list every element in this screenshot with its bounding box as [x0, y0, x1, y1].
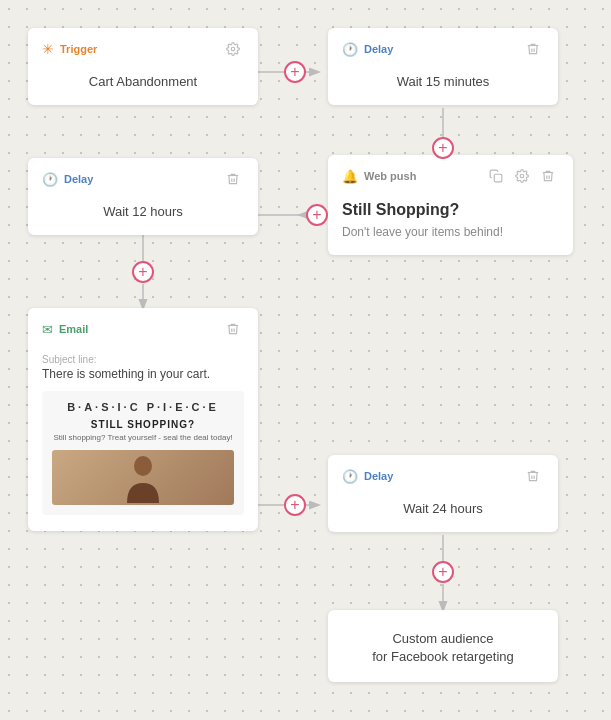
webpush-card-body: Still Shopping? Don't leave your items b… [342, 193, 559, 243]
trigger-card: ✳ Trigger Cart Abandonment [28, 28, 258, 105]
email-header: ✉ Email [42, 320, 244, 338]
delay2-card: 🕐 Delay Wait 12 hours [28, 158, 258, 235]
plus-icon-6: + [438, 563, 447, 581]
webpush-header-icons [485, 167, 559, 185]
person-silhouette-icon [123, 453, 163, 503]
trigger-card-body: Cart Abandonment [42, 66, 244, 93]
email-image [52, 450, 234, 505]
delay2-delete-button[interactable] [222, 170, 244, 188]
trash-icon-3 [541, 169, 555, 183]
delay1-header-left: 🕐 Delay [342, 42, 393, 57]
trash-icon-4 [226, 322, 240, 336]
webpush-settings-button[interactable] [511, 167, 533, 185]
email-card: ✉ Email Subject line: There is something… [28, 308, 258, 531]
webpush-card: 🔔 Web push Still Shopping? Don't leave y… [328, 155, 573, 255]
webpush-copy-button[interactable] [485, 167, 507, 185]
connector-email-delay3[interactable]: + [284, 494, 306, 516]
trigger-settings-button[interactable] [222, 40, 244, 58]
email-subject-label: Subject line: [42, 354, 244, 365]
delay2-card-body: Wait 12 hours [42, 196, 244, 223]
svg-point-13 [134, 456, 152, 476]
trash-icon [526, 42, 540, 56]
email-subject-text: There is something in your cart. [42, 367, 244, 381]
email-icon: ✉ [42, 322, 53, 337]
svg-point-12 [520, 174, 524, 178]
gear-icon-2 [515, 169, 529, 183]
plus-icon-1: + [290, 63, 299, 81]
email-sub-text: Still shopping? Treat yourself - seal th… [52, 433, 234, 442]
webpush-type-label: Web push [364, 170, 416, 182]
email-brand: B·A·S·I·C P·I·E·C·E [52, 401, 234, 413]
connector-webpush-delay2[interactable]: + [306, 204, 328, 226]
copy-icon [489, 169, 503, 183]
gear-icon [226, 42, 240, 56]
delay2-header: 🕐 Delay [42, 170, 244, 188]
svg-rect-11 [494, 174, 502, 182]
delay2-clock-icon: 🕐 [42, 172, 58, 187]
delay3-card: 🕐 Delay Wait 24 hours [328, 455, 558, 532]
trigger-header-left: ✳ Trigger [42, 41, 97, 57]
delay2-header-left: 🕐 Delay [42, 172, 93, 187]
webpush-header-left: 🔔 Web push [342, 169, 416, 184]
connector-delay1-webpush[interactable]: + [432, 137, 454, 159]
delay3-type-label: Delay [364, 470, 393, 482]
delay2-type-label: Delay [64, 173, 93, 185]
delay3-card-body: Wait 24 hours [342, 493, 544, 520]
webpush-delete-button[interactable] [537, 167, 559, 185]
email-preview: B·A·S·I·C P·I·E·C·E STILL SHOPPING? Stil… [42, 391, 244, 515]
email-header-left: ✉ Email [42, 322, 88, 337]
plus-icon-3: + [312, 206, 321, 224]
email-type-label: Email [59, 323, 88, 335]
delay3-clock-icon: 🕐 [342, 469, 358, 484]
workflow-canvas: ✳ Trigger Cart Abandonment 🕐 Delay Wait … [0, 0, 611, 720]
svg-point-10 [231, 47, 235, 51]
delay3-header-left: 🕐 Delay [342, 469, 393, 484]
delay3-header: 🕐 Delay [342, 467, 544, 485]
custom-card: Custom audiencefor Facebook retargeting [328, 610, 558, 682]
custom-text: Custom audiencefor Facebook retargeting [372, 631, 514, 664]
delay3-delete-button[interactable] [522, 467, 544, 485]
trigger-type-label: Trigger [60, 43, 97, 55]
plus-icon-5: + [290, 496, 299, 514]
trash-icon-5 [526, 469, 540, 483]
email-card-body: Subject line: There is something in your… [42, 346, 244, 519]
delay1-card-body: Wait 15 minutes [342, 66, 544, 93]
trash-icon-2 [226, 172, 240, 186]
email-delete-button[interactable] [222, 320, 244, 338]
webpush-title: Still Shopping? [342, 201, 559, 219]
trigger-card-header: ✳ Trigger [42, 40, 244, 58]
custom-card-body: Custom audiencefor Facebook retargeting [342, 622, 544, 670]
webpush-header: 🔔 Web push [342, 167, 559, 185]
connector-trigger-delay1[interactable]: + [284, 61, 306, 83]
delay1-clock-icon: 🕐 [342, 42, 358, 57]
delay1-header: 🕐 Delay [342, 40, 544, 58]
delay1-delete-button[interactable] [522, 40, 544, 58]
delay1-type-label: Delay [364, 43, 393, 55]
webpush-subtitle: Don't leave your items behind! [342, 225, 559, 239]
delay1-card: 🕐 Delay Wait 15 minutes [328, 28, 558, 105]
connector-delay2-email[interactable]: + [132, 261, 154, 283]
connector-delay3-custom[interactable]: + [432, 561, 454, 583]
plus-icon-2: + [438, 139, 447, 157]
webpush-bell-icon: 🔔 [342, 169, 358, 184]
plus-icon-4: + [138, 263, 147, 281]
email-headline: STILL SHOPPING? [52, 419, 234, 430]
trigger-icon: ✳ [42, 41, 54, 57]
